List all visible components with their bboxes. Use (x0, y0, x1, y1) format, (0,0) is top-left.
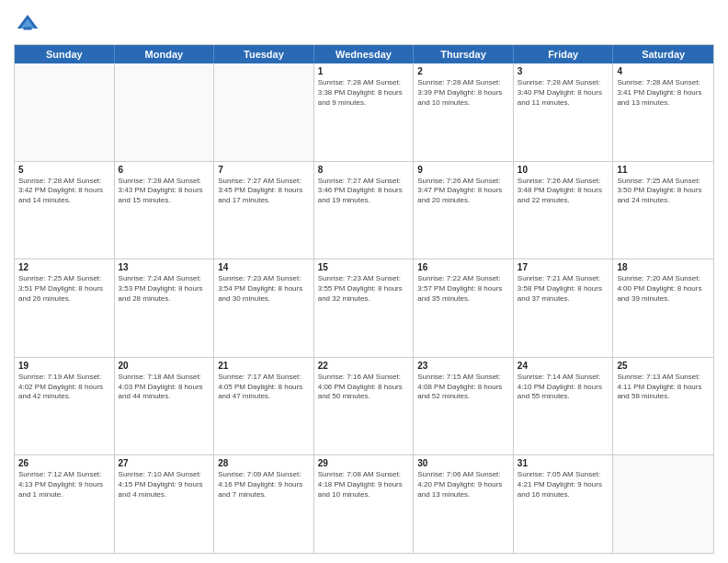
day-cell: 26Sunrise: 7:12 AM Sunset: 4:13 PM Dayli… (15, 455, 115, 553)
week-row: 1Sunrise: 7:28 AM Sunset: 3:38 PM Daylig… (15, 63, 713, 162)
day-header-friday: Friday (514, 45, 614, 63)
day-cell: 30Sunrise: 7:06 AM Sunset: 4:20 PM Dayli… (414, 455, 514, 553)
day-header-tuesday: Tuesday (214, 45, 314, 63)
day-cell (115, 63, 215, 161)
day-number: 12 (18, 262, 110, 272)
day-info: Sunrise: 7:28 AM Sunset: 3:43 PM Dayligh… (119, 177, 210, 206)
day-cell: 6Sunrise: 7:28 AM Sunset: 3:43 PM Daylig… (115, 162, 215, 259)
week-row: 26Sunrise: 7:12 AM Sunset: 4:13 PM Dayli… (15, 455, 713, 553)
day-info: Sunrise: 7:06 AM Sunset: 4:20 PM Dayligh… (417, 470, 509, 500)
day-cell: 13Sunrise: 7:24 AM Sunset: 3:53 PM Dayli… (115, 259, 215, 357)
day-cell: 31Sunrise: 7:05 AM Sunset: 4:21 PM Dayli… (514, 455, 614, 553)
day-number: 16 (417, 262, 509, 272)
day-header-thursday: Thursday (414, 45, 514, 63)
svg-rect-2 (24, 28, 32, 30)
day-info: Sunrise: 7:24 AM Sunset: 3:53 PM Dayligh… (119, 274, 210, 304)
day-info: Sunrise: 7:15 AM Sunset: 4:08 PM Dayligh… (417, 373, 509, 402)
day-number: 6 (119, 165, 210, 175)
day-info: Sunrise: 7:23 AM Sunset: 3:54 PM Dayligh… (218, 274, 310, 304)
day-cell: 20Sunrise: 7:18 AM Sunset: 4:03 PM Dayli… (115, 358, 215, 455)
day-info: Sunrise: 7:27 AM Sunset: 3:45 PM Dayligh… (218, 177, 310, 206)
day-info: Sunrise: 7:28 AM Sunset: 3:38 PM Dayligh… (318, 78, 410, 108)
day-info: Sunrise: 7:27 AM Sunset: 3:46 PM Dayligh… (318, 177, 410, 206)
day-info: Sunrise: 7:28 AM Sunset: 3:41 PM Dayligh… (617, 78, 710, 108)
day-info: Sunrise: 7:13 AM Sunset: 4:11 PM Dayligh… (617, 373, 710, 402)
day-info: Sunrise: 7:28 AM Sunset: 3:40 PM Dayligh… (518, 78, 609, 108)
day-cell: 9Sunrise: 7:26 AM Sunset: 3:47 PM Daylig… (414, 162, 514, 259)
day-cell: 12Sunrise: 7:25 AM Sunset: 3:51 PM Dayli… (15, 259, 115, 357)
day-info: Sunrise: 7:28 AM Sunset: 3:42 PM Dayligh… (18, 177, 110, 206)
day-info: Sunrise: 7:16 AM Sunset: 4:06 PM Dayligh… (318, 373, 410, 402)
day-number: 13 (119, 262, 210, 272)
day-number: 25 (617, 361, 710, 371)
day-number: 28 (218, 458, 310, 468)
day-number: 14 (218, 262, 310, 272)
day-number: 7 (218, 165, 310, 175)
day-cell: 1Sunrise: 7:28 AM Sunset: 3:38 PM Daylig… (314, 63, 415, 161)
week-row: 12Sunrise: 7:25 AM Sunset: 3:51 PM Dayli… (15, 259, 713, 358)
day-info: Sunrise: 7:26 AM Sunset: 3:47 PM Dayligh… (417, 177, 509, 206)
day-number: 5 (18, 165, 110, 175)
day-info: Sunrise: 7:28 AM Sunset: 3:39 PM Dayligh… (417, 78, 509, 108)
day-number: 3 (518, 66, 609, 76)
day-cell: 22Sunrise: 7:16 AM Sunset: 4:06 PM Dayli… (314, 358, 415, 455)
day-info: Sunrise: 7:23 AM Sunset: 3:55 PM Dayligh… (318, 274, 410, 304)
week-row: 19Sunrise: 7:19 AM Sunset: 4:02 PM Dayli… (15, 358, 713, 456)
day-cell: 3Sunrise: 7:28 AM Sunset: 3:40 PM Daylig… (514, 63, 614, 161)
day-number: 19 (18, 361, 110, 371)
day-cell: 27Sunrise: 7:10 AM Sunset: 4:15 PM Dayli… (115, 455, 215, 553)
day-info: Sunrise: 7:05 AM Sunset: 4:21 PM Dayligh… (518, 470, 609, 500)
day-info: Sunrise: 7:21 AM Sunset: 3:58 PM Dayligh… (518, 274, 609, 304)
day-number: 30 (417, 458, 509, 468)
day-number: 10 (518, 165, 609, 175)
week-row: 5Sunrise: 7:28 AM Sunset: 3:42 PM Daylig… (15, 162, 713, 260)
day-info: Sunrise: 7:17 AM Sunset: 4:05 PM Dayligh… (218, 373, 310, 402)
day-number: 26 (18, 458, 110, 468)
day-cell: 24Sunrise: 7:14 AM Sunset: 4:10 PM Dayli… (514, 358, 614, 455)
day-cell: 19Sunrise: 7:19 AM Sunset: 4:02 PM Dayli… (15, 358, 115, 455)
day-cell: 16Sunrise: 7:22 AM Sunset: 3:57 PM Dayli… (414, 259, 514, 357)
day-cell: 15Sunrise: 7:23 AM Sunset: 3:55 PM Dayli… (314, 259, 415, 357)
day-number: 24 (518, 361, 609, 371)
day-cell: 23Sunrise: 7:15 AM Sunset: 4:08 PM Dayli… (414, 358, 514, 455)
day-number: 2 (417, 66, 509, 76)
day-number: 22 (318, 361, 410, 371)
day-cell: 29Sunrise: 7:08 AM Sunset: 4:18 PM Dayli… (314, 455, 415, 553)
day-header-wednesday: Wednesday (314, 45, 415, 63)
day-info: Sunrise: 7:08 AM Sunset: 4:18 PM Dayligh… (318, 470, 410, 500)
logo (14, 9, 45, 37)
day-cell (613, 455, 713, 553)
day-number: 18 (617, 262, 710, 272)
day-cell: 8Sunrise: 7:27 AM Sunset: 3:46 PM Daylig… (314, 162, 415, 259)
day-cell: 4Sunrise: 7:28 AM Sunset: 3:41 PM Daylig… (613, 63, 713, 161)
day-cell: 7Sunrise: 7:27 AM Sunset: 3:45 PM Daylig… (214, 162, 314, 259)
day-number: 17 (518, 262, 609, 272)
day-header-saturday: Saturday (613, 45, 713, 63)
day-header-monday: Monday (115, 45, 215, 63)
day-number: 15 (318, 262, 410, 272)
day-info: Sunrise: 7:10 AM Sunset: 4:15 PM Dayligh… (119, 470, 210, 500)
day-info: Sunrise: 7:14 AM Sunset: 4:10 PM Dayligh… (518, 373, 609, 402)
day-number: 20 (119, 361, 210, 371)
day-number: 23 (417, 361, 509, 371)
calendar: SundayMondayTuesdayWednesdayThursdayFrid… (14, 44, 714, 554)
day-cell: 25Sunrise: 7:13 AM Sunset: 4:11 PM Dayli… (613, 358, 713, 455)
day-number: 11 (617, 165, 710, 175)
header (14, 9, 714, 37)
day-number: 8 (318, 165, 410, 175)
day-info: Sunrise: 7:20 AM Sunset: 4:00 PM Dayligh… (617, 274, 710, 304)
day-headers: SundayMondayTuesdayWednesdayThursdayFrid… (15, 45, 713, 63)
day-number: 29 (318, 458, 410, 468)
day-cell (15, 63, 115, 161)
day-cell: 28Sunrise: 7:09 AM Sunset: 4:16 PM Dayli… (214, 455, 314, 553)
day-cell: 5Sunrise: 7:28 AM Sunset: 3:42 PM Daylig… (15, 162, 115, 259)
day-number: 1 (318, 66, 410, 76)
day-number: 21 (218, 361, 310, 371)
day-number: 4 (617, 66, 710, 76)
day-info: Sunrise: 7:09 AM Sunset: 4:16 PM Dayligh… (218, 470, 310, 500)
day-cell: 17Sunrise: 7:21 AM Sunset: 3:58 PM Dayli… (514, 259, 614, 357)
day-info: Sunrise: 7:26 AM Sunset: 3:48 PM Dayligh… (518, 177, 609, 206)
day-cell: 14Sunrise: 7:23 AM Sunset: 3:54 PM Dayli… (214, 259, 314, 357)
day-number: 27 (119, 458, 210, 468)
day-header-sunday: Sunday (15, 45, 115, 63)
